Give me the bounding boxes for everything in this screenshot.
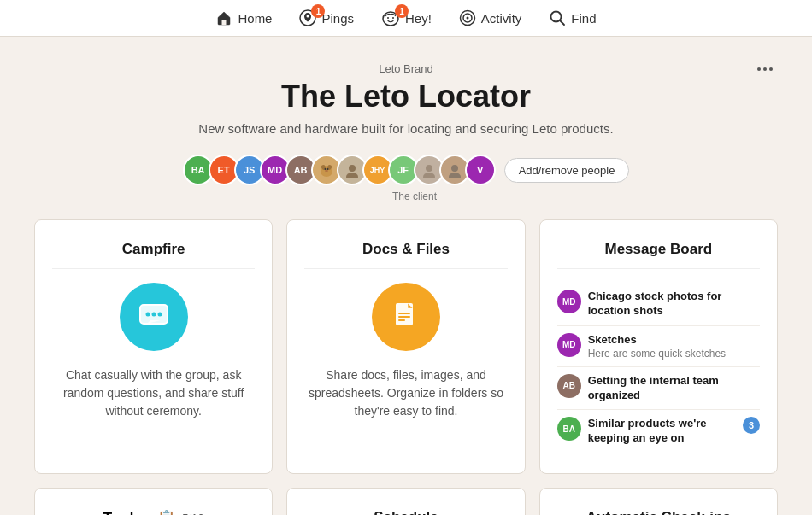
add-people-button[interactable]: Add/remove people (504, 158, 630, 183)
svg-point-17 (349, 165, 356, 172)
message-board-card[interactable]: Message Board MD Chicago stock photos fo… (539, 219, 778, 474)
msg-content-similar: Similar products we're keeping an eye on (588, 417, 736, 446)
project-title: The Leto Locator (34, 79, 778, 114)
nav-find[interactable]: Find (549, 9, 596, 26)
svg-line-9 (560, 20, 564, 25)
hey-icon-wrap: 1 (381, 9, 400, 26)
msg-content-chicago: Chicago stock photos for location shots (588, 290, 760, 319)
msg-item-chicago[interactable]: MD Chicago stock photos for location sho… (557, 283, 760, 326)
msg-sub-sketches: Here are some quick sketches (588, 348, 760, 360)
todos-header: To-dos 📋 5/16 (52, 509, 255, 515)
nav-activity[interactable]: Activity (459, 9, 522, 26)
svg-point-1 (307, 15, 309, 18)
project-description: New software and hardware built for loca… (34, 121, 778, 136)
campfire-icon-circle (120, 283, 188, 351)
svg-point-4 (392, 17, 394, 19)
svg-point-15 (327, 168, 328, 170)
docs-icon-circle (372, 283, 440, 351)
docs-icon-wrap (304, 283, 507, 351)
msg-title-chicago: Chicago stock photos for location shots (588, 290, 760, 319)
msg-avatar-MD2: MD (557, 333, 581, 357)
msg-item-internal[interactable]: AB Getting the internal team organized (557, 367, 760, 411)
message-board-title: Message Board (557, 241, 760, 269)
svg-point-21 (451, 165, 458, 172)
svg-point-26 (151, 313, 156, 317)
docs-title: Docs & Files (304, 241, 507, 269)
main-content: Leto Brand The Leto Locator New software… (0, 37, 812, 515)
home-icon (215, 9, 232, 26)
nav-pings[interactable]: 1 Pings (299, 9, 354, 26)
main-header: Leto Brand The Leto Locator New software… (34, 62, 778, 136)
navigation: Home 1 Pings 1 Hey! (0, 0, 812, 37)
avatars-row: BA ET JS MD AB JHY JF V Add/remove peopl… (34, 155, 778, 185)
nav-find-label: Find (571, 11, 596, 26)
find-icon (549, 9, 566, 26)
todos-progress: 5/16 (182, 512, 203, 515)
more-menu-button[interactable] (752, 62, 778, 76)
chat-icon (135, 298, 173, 336)
todos-card[interactable]: To-dos 📋 5/16 Probably resource needs 3 … (34, 488, 273, 515)
campfire-card[interactable]: Campfire Chat casually with the group, a… (34, 219, 273, 474)
svg-point-16 (325, 170, 328, 172)
campfire-icon-wrap (52, 283, 255, 351)
svg-point-19 (426, 165, 432, 172)
msg-content-sketches: Sketches Here are some quick sketches (588, 333, 760, 360)
campfire-title: Campfire (52, 241, 255, 269)
docs-file-icon (387, 298, 425, 336)
activity-icon-wrap (459, 9, 476, 26)
hey-badge: 1 (395, 4, 409, 18)
nav-activity-label: Activity (481, 11, 522, 26)
svg-point-25 (145, 313, 150, 317)
schedule-card[interactable]: Schedule (286, 488, 525, 515)
msg-item-sketches[interactable]: MD Sketches Here are some quick sketches (557, 326, 760, 367)
svg-point-20 (423, 173, 435, 178)
svg-point-18 (346, 173, 358, 178)
schedule-title: Schedule (304, 509, 507, 515)
nav-pings-label: Pings (321, 11, 354, 26)
svg-point-3 (387, 17, 389, 19)
msg-title-sketches: Sketches (588, 333, 760, 348)
checkins-card[interactable]: Automatic Check-ins (539, 488, 778, 515)
nav-home[interactable]: Home (215, 9, 272, 26)
activity-icon (459, 9, 476, 26)
campfire-description: Chat casually with the group, ask random… (52, 366, 255, 420)
svg-point-27 (157, 313, 162, 317)
svg-point-14 (324, 168, 326, 170)
todos-title: To-dos (103, 510, 150, 515)
svg-point-7 (466, 17, 468, 20)
msg-avatar-AB: AB (557, 374, 581, 398)
todos-icon: 📋 (157, 509, 175, 515)
docs-description: Share docs, files, images, and spreadshe… (304, 366, 507, 420)
msg-title-internal: Getting the internal team organized (588, 374, 760, 403)
avatar-V[interactable]: V (465, 155, 496, 185)
project-brand: Leto Brand (34, 62, 778, 75)
msg-badge-similar: 3 (743, 417, 760, 434)
cards-grid: Campfire Chat casually with the group, a… (34, 219, 778, 515)
nav-home-label: Home (238, 11, 272, 26)
home-icon-wrap (215, 9, 232, 26)
checkins-title: Automatic Check-ins (557, 509, 760, 515)
client-label: The client (51, 190, 778, 202)
svg-point-22 (449, 173, 461, 178)
msg-avatar-MD1: MD (557, 290, 581, 313)
message-board-list: MD Chicago stock photos for location sho… (557, 283, 760, 453)
msg-avatar-BA: BA (557, 417, 581, 441)
msg-title-similar: Similar products we're keeping an eye on (588, 417, 736, 446)
three-dots-icon[interactable] (752, 62, 778, 76)
nav-hey-label: Hey! (405, 11, 432, 26)
msg-item-similar[interactable]: BA Similar products we're keeping an eye… (557, 410, 760, 453)
find-icon-wrap (549, 9, 566, 26)
msg-content-internal: Getting the internal team organized (588, 374, 760, 403)
docs-card[interactable]: Docs & Files Share docs, files, images, … (286, 219, 525, 474)
nav-hey[interactable]: 1 Hey! (381, 9, 432, 26)
pings-icon-wrap: 1 (299, 9, 316, 26)
